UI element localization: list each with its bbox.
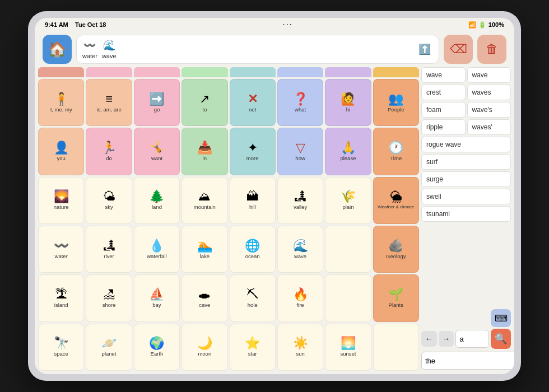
battery-level: 100% xyxy=(488,21,504,28)
cell-hi[interactable]: 🙋 hi xyxy=(325,79,371,126)
cell-not[interactable]: ✕ not xyxy=(230,79,276,126)
cell-shore[interactable]: 🏖 shore xyxy=(86,274,132,321)
home-icon: 🏠 xyxy=(48,41,66,58)
cell-ocean[interactable]: 🌐 ocean xyxy=(230,226,276,273)
cell-empty-r4 xyxy=(325,226,371,273)
word-crest[interactable]: crest xyxy=(421,85,466,100)
cell-plants[interactable]: 🌱 Plants xyxy=(373,274,419,321)
word-wave-1[interactable]: wave xyxy=(421,67,466,83)
cell-sun[interactable]: ☀️ sun xyxy=(277,324,323,371)
word-tsunami[interactable]: tsunami xyxy=(421,206,511,222)
word-foam[interactable]: foam xyxy=(421,102,466,118)
date-display: Tue Oct 18 xyxy=(75,21,106,28)
cell-waterfall[interactable]: 💧 waterfall xyxy=(134,226,180,273)
backspace-button[interactable]: ⌫ xyxy=(444,35,473,64)
cell-river[interactable]: 🏞 river xyxy=(86,226,132,273)
cell-wave[interactable]: 🌊 wave xyxy=(277,226,323,273)
cat-tab-3[interactable] xyxy=(182,67,227,77)
word-surf[interactable]: surf xyxy=(421,154,511,170)
nav-left-button[interactable]: ← xyxy=(421,331,437,347)
cell-moon[interactable]: 🌙 moon xyxy=(182,324,227,371)
time-display: 9:41 AM xyxy=(45,21,68,28)
cat-tab-5[interactable] xyxy=(277,67,323,77)
cell-bay[interactable]: ⛵ bay xyxy=(134,274,180,321)
cell-planet[interactable]: 🪐 planet xyxy=(86,324,132,371)
cell-go[interactable]: ➡️ go xyxy=(134,79,180,126)
word-search-input-the[interactable] xyxy=(421,352,514,370)
cat-tab-7[interactable] xyxy=(373,67,419,77)
word-search-input-a[interactable] xyxy=(455,330,489,348)
cell-empty-r6 xyxy=(373,324,419,371)
cell-hole[interactable]: ⛏ hole xyxy=(230,274,276,321)
cell-land[interactable]: 🌲 land xyxy=(134,177,180,224)
cell-more[interactable]: ✦ more xyxy=(230,128,276,175)
cell-mountain[interactable]: ⛰ mountain xyxy=(182,177,227,224)
keyboard-section: ⌨ ← → 🔍 xyxy=(421,309,511,371)
cell-in[interactable]: 📥 in xyxy=(182,128,227,175)
right-spacer xyxy=(421,223,511,307)
word-wave-label: wave xyxy=(102,53,117,59)
cell-empty-r5 xyxy=(325,274,371,321)
cell-do[interactable]: 🏃 do xyxy=(86,128,132,175)
cat-tab-1[interactable] xyxy=(86,67,132,77)
search-button[interactable]: 🔍 xyxy=(491,329,511,349)
word-waves[interactable]: waves xyxy=(467,85,511,100)
symbol-grid-wrap: 🧍 I, me, my ≡ is, am, are ➡️ go ↗ to xyxy=(38,67,419,371)
cell-earth[interactable]: 🌍 Earth xyxy=(134,324,180,371)
cell-water[interactable]: 〰️ water xyxy=(38,226,84,273)
battery-icon: 🔋 xyxy=(478,21,486,29)
home-button[interactable]: 🏠 xyxy=(43,35,72,64)
keyboard-toggle-button[interactable]: ⌨ xyxy=(491,309,511,327)
share-button[interactable]: ⬆️ xyxy=(416,41,433,58)
word-rogue-wave[interactable]: rogue wave xyxy=(421,137,511,152)
cell-cave[interactable]: 🕳 cave xyxy=(182,274,227,321)
cell-valley[interactable]: 🏞 valley xyxy=(277,177,323,224)
cat-tab-4[interactable] xyxy=(230,67,276,77)
cell-people[interactable]: 👥 People xyxy=(373,79,419,126)
cat-tab-2[interactable] xyxy=(134,67,180,77)
right-arrow-icon: → xyxy=(443,334,450,343)
cell-want[interactable]: 🤸 want xyxy=(134,128,180,175)
left-arrow-icon: ← xyxy=(425,334,433,343)
cell-sunset[interactable]: 🌅 sunset xyxy=(325,324,371,371)
cat-tab-6[interactable] xyxy=(325,67,371,77)
sentence-word-water: 〰️ water xyxy=(82,39,97,59)
cell-you[interactable]: 👤 you xyxy=(38,128,84,175)
cell-please[interactable]: 🙏 please xyxy=(325,128,371,175)
word-ripple[interactable]: ripple xyxy=(421,119,466,135)
status-time: 9:41 AM Tue Oct 18 xyxy=(45,21,106,28)
cat-tab-0[interactable] xyxy=(38,67,84,77)
cell-what[interactable]: ❓ what xyxy=(277,79,323,126)
word-waves-apos[interactable]: wave's xyxy=(467,102,511,118)
cell-i-me-my[interactable]: 🧍 I, me, my xyxy=(38,79,84,126)
word-row-1: wave wave xyxy=(421,67,511,83)
nav-right-button[interactable]: → xyxy=(439,331,454,347)
word-wave-2[interactable]: wave xyxy=(467,67,511,83)
cell-is-am-are[interactable]: ≡ is, am, are xyxy=(86,79,132,126)
sentence-word-wave: 🌊 wave xyxy=(102,39,117,59)
word-surge[interactable]: surge xyxy=(421,171,511,187)
cell-weather[interactable]: 🌦 Weather & climate xyxy=(373,177,419,224)
cell-nature[interactable]: 🌄 nature xyxy=(38,177,84,224)
symbol-grid: 🧍 I, me, my ≡ is, am, are ➡️ go ↗ to xyxy=(38,79,419,371)
cell-how[interactable]: ▽ how xyxy=(277,128,323,175)
toolbar: 🏠 〰️ water 🌊 wave ⬆️ ⌫ 🗑 xyxy=(35,31,514,67)
word-swell[interactable]: swell xyxy=(421,189,511,204)
cell-geology[interactable]: 🪨 Geology xyxy=(373,226,419,273)
word-row-4: ripple waves' xyxy=(421,119,511,135)
cell-to[interactable]: ↗ to xyxy=(182,79,227,126)
cell-plain[interactable]: 🌾 plain xyxy=(325,177,371,224)
cell-hill[interactable]: 🏔 hill xyxy=(230,177,276,224)
cell-space[interactable]: 🔭 space xyxy=(38,324,84,371)
cell-sky[interactable]: 🌤 sky xyxy=(86,177,132,224)
trash-button[interactable]: 🗑 xyxy=(477,35,506,64)
cell-time[interactable]: 🕐 Time xyxy=(373,128,419,175)
cell-lake[interactable]: 🏊 lake xyxy=(182,226,227,273)
cell-fire[interactable]: 🔥 fire xyxy=(277,274,323,321)
status-center: · · · xyxy=(283,21,291,28)
cell-star[interactable]: ⭐ star xyxy=(230,324,276,371)
sentence-bar[interactable]: 〰️ water 🌊 wave ⬆️ xyxy=(76,35,439,64)
cell-island[interactable]: 🏝 island xyxy=(38,274,84,321)
category-bar xyxy=(38,67,419,77)
word-waves-apos2[interactable]: waves' xyxy=(467,119,511,135)
